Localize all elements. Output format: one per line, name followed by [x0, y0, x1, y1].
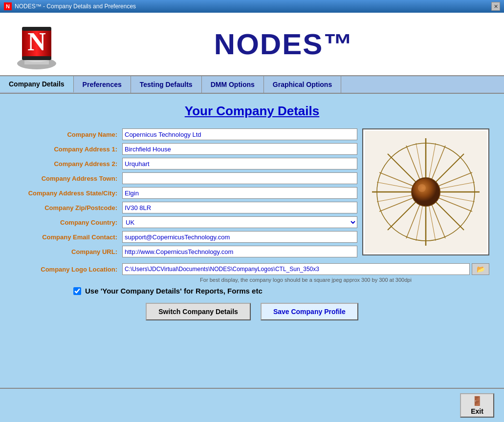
company-logo-label: Company Logo Location: — [15, 266, 122, 273]
company-email-label: Company Email Contact: — [15, 233, 122, 241]
company-logo-display — [362, 128, 489, 255]
company-address1-row: Company Address 1: — [15, 143, 357, 155]
company-address-town-label: Company Address Town: — [15, 175, 122, 182]
logo-hint: For best display, the company logo shoul… — [122, 277, 489, 283]
logo-location-row: Company Logo Location: 📂 — [15, 263, 489, 275]
company-address1-input[interactable] — [122, 143, 357, 155]
exit-button[interactable]: 🚪 Exit — [460, 393, 494, 418]
app-title: NODES™ — [73, 27, 494, 61]
company-url-input[interactable] — [122, 246, 357, 257]
button-row: Switch Company Details Save Company Prof… — [15, 303, 489, 320]
company-country-row: Company Country: UK USA Canada Australia… — [15, 216, 357, 228]
use-company-details-label: Use 'Your Company Details' for Reports, … — [85, 287, 263, 295]
app-icon: N — [4, 2, 12, 10]
logo-svg — [365, 131, 487, 253]
svg-text:N: N — [27, 28, 46, 56]
company-name-label: Company Name: — [15, 131, 122, 138]
logo-placeholder — [363, 129, 488, 254]
company-zip-input[interactable] — [122, 202, 357, 213]
company-url-label: Company URL: — [15, 248, 122, 255]
company-logo-input[interactable] — [122, 263, 470, 275]
company-address-state-row: Company Address State/City: — [15, 187, 357, 199]
company-address2-row: Company Address 2: — [15, 158, 357, 169]
svg-point-37 — [418, 184, 426, 192]
company-name-row: Company Name: — [15, 128, 357, 140]
app-logo: N — [10, 17, 64, 71]
tab-preferences[interactable]: Preferences — [74, 76, 131, 93]
header: N NODES™ — [0, 13, 504, 76]
logo-container: N — [10, 17, 64, 71]
svg-rect-6 — [22, 27, 51, 31]
title-bar: N NODES™ - Company Details and Preferenc… — [0, 0, 504, 13]
exit-label: Exit — [471, 407, 483, 415]
company-address-town-row: Company Address Town: — [15, 172, 357, 184]
company-email-row: Company Email Contact: — [15, 231, 357, 243]
company-zip-row: Company Zip/Postcode: — [15, 202, 357, 213]
svg-point-36 — [412, 178, 439, 206]
tab-dmm-options[interactable]: DMM Options — [202, 76, 264, 93]
form-area: Company Name: Company Address 1: Company… — [15, 128, 489, 260]
company-address-state-label: Company Address State/City: — [15, 190, 122, 197]
tab-bar: Company Details Preferences Testing Defa… — [0, 76, 504, 94]
company-address-state-input[interactable] — [122, 187, 357, 199]
company-address1-label: Company Address 1: — [15, 146, 122, 153]
company-email-input[interactable] — [122, 231, 357, 243]
save-company-button[interactable]: Save Company Profile — [261, 303, 358, 320]
close-button[interactable]: ✕ — [491, 2, 500, 11]
section-title: Your Company Details — [15, 104, 489, 119]
switch-company-button[interactable]: Switch Company Details — [146, 303, 251, 320]
form-fields: Company Name: Company Address 1: Company… — [15, 128, 357, 260]
bottom-bar: 🚪 Exit — [0, 388, 504, 422]
svg-rect-7 — [22, 56, 51, 60]
tab-company-details[interactable]: Company Details — [0, 76, 74, 93]
exit-icon: 🚪 — [472, 396, 482, 406]
company-country-label: Company Country: — [15, 219, 122, 226]
company-country-select[interactable]: UK USA Canada Australia Other — [122, 216, 357, 228]
company-name-input[interactable] — [122, 128, 357, 140]
tab-testing-defaults[interactable]: Testing Defaults — [131, 76, 202, 93]
window-title: NODES™ - Company Details and Preferences — [15, 3, 136, 10]
use-company-details-checkbox[interactable] — [73, 287, 81, 295]
company-url-row: Company URL: — [15, 246, 357, 257]
company-zip-label: Company Zip/Postcode: — [15, 204, 122, 211]
company-address2-input[interactable] — [122, 158, 357, 169]
browse-button[interactable]: 📂 — [472, 263, 489, 275]
main-content: Your Company Details Company Name: Compa… — [0, 94, 504, 388]
use-company-details-row: Use 'Your Company Details' for Reports, … — [73, 287, 489, 295]
company-address-town-input[interactable] — [122, 172, 357, 184]
tab-graphical-options[interactable]: Graphical Options — [264, 76, 341, 93]
company-address2-label: Company Address 2: — [15, 160, 122, 168]
